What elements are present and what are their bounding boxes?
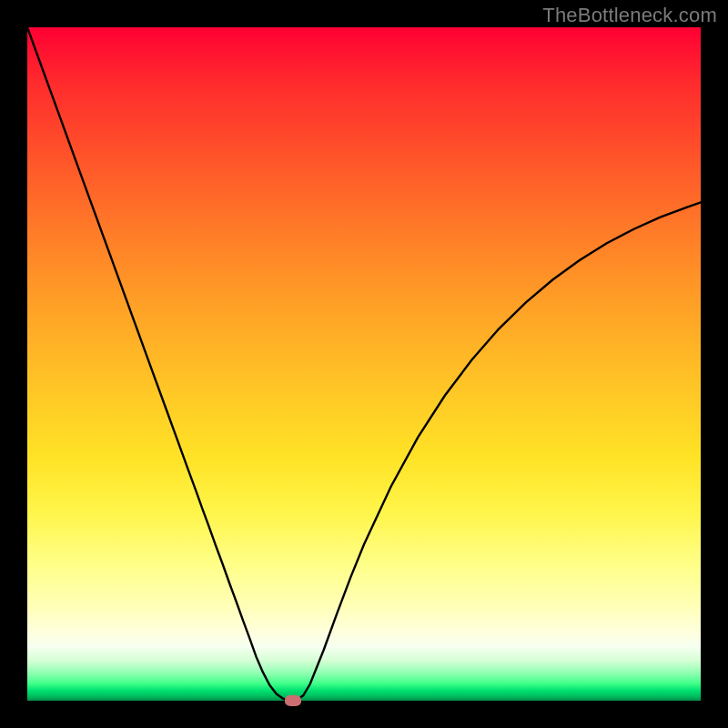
plot-area bbox=[27, 27, 701, 701]
bottleneck-curve bbox=[27, 27, 701, 701]
minimum-marker bbox=[285, 695, 301, 706]
chart-frame: TheBottleneck.com bbox=[0, 0, 728, 728]
watermark-text: TheBottleneck.com bbox=[542, 4, 717, 27]
